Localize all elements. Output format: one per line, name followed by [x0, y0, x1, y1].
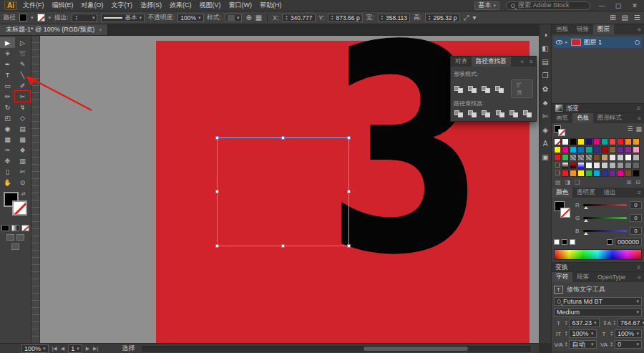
align-panel-icon[interactable]: ▦ — [255, 14, 262, 21]
swatch-cell[interactable] — [570, 170, 577, 177]
swatch-cell[interactable] — [562, 138, 569, 145]
selection-tool[interactable]: ▶ — [0, 37, 15, 48]
swap-fill-stroke-icon[interactable]: ⇄ — [21, 191, 26, 197]
gradient-panel-icon[interactable]: ◧ — [542, 45, 548, 52]
swatch-cell[interactable] — [577, 154, 585, 161]
color-spectrum-bar[interactable] — [554, 249, 642, 260]
artboard-number-input[interactable]: 1▾ — [68, 344, 82, 353]
menu-icon[interactable]: ☰ — [634, 14, 640, 21]
stock-search-input[interactable]: 搜索 Adobe Stock — [506, 1, 590, 10]
swatch-cell[interactable] — [585, 162, 592, 169]
swatch-cell[interactable] — [601, 138, 608, 145]
column-graph-tool[interactable]: ▥ — [15, 155, 30, 166]
panel-menu-icon[interactable]: ≡ — [635, 188, 644, 198]
swatch-cell[interactable] — [570, 162, 577, 169]
style-dropdown[interactable]: ▾ — [225, 14, 243, 22]
swatch-cell[interactable] — [601, 162, 608, 169]
swatch-cell[interactable] — [562, 170, 569, 177]
zoom-tool[interactable]: ⊙ — [15, 177, 30, 188]
channel-slider[interactable] — [583, 204, 627, 206]
swatch-cell[interactable] — [585, 138, 592, 145]
swatch-cell[interactable] — [593, 138, 600, 145]
menu-item[interactable]: 选择(S) — [140, 1, 162, 10]
menu-item[interactable]: 帮助(H) — [260, 1, 282, 10]
stroke-weight-input[interactable]: ▲▼▾ — [72, 14, 97, 22]
scissors-tool[interactable]: ✂ — [15, 91, 30, 102]
width-profile-dropdown[interactable]: 基本▾ — [101, 14, 145, 22]
tab-graphic-styles[interactable]: 图形样式 — [593, 113, 626, 123]
swatch-cell[interactable] — [601, 154, 608, 161]
selection-handle[interactable] — [215, 190, 219, 193]
stroke-panel-icon[interactable]: ◈ — [542, 127, 548, 134]
swatch-cell[interactable] — [633, 162, 640, 169]
direct-selection-tool[interactable]: ▷ — [15, 37, 30, 48]
free-transform-tool[interactable]: ◇ — [15, 112, 30, 123]
transform-icon[interactable]: ⤢ — [464, 14, 469, 22]
draw-behind-button[interactable] — [16, 234, 24, 241]
channel-value[interactable]: 0 — [630, 201, 642, 209]
swatch-cell[interactable] — [577, 170, 585, 177]
tab-paragraph[interactable]: 段落 — [572, 272, 593, 282]
selection-bounding-box[interactable] — [217, 137, 349, 246]
tab-color[interactable]: 颜色 — [552, 188, 572, 198]
color-button[interactable] — [1, 225, 9, 231]
none-swatch[interactable] — [554, 239, 560, 245]
swatch-cell[interactable] — [609, 154, 616, 161]
maximize-button[interactable]: ▢ — [613, 2, 623, 9]
swatch-cell[interactable] — [554, 138, 561, 145]
swatch-cell[interactable] — [625, 146, 632, 153]
swatch-cell[interactable] — [593, 154, 600, 161]
magic-wand-tool[interactable]: ✳ — [0, 48, 15, 59]
draw-normal-button[interactable] — [6, 234, 14, 241]
scrollbar-thumb[interactable] — [364, 347, 468, 351]
y-input[interactable]: ▲▼873.66 p — [328, 14, 363, 22]
selection-handle[interactable] — [347, 136, 351, 140]
zoom-level-input[interactable]: 100%▾ — [21, 344, 49, 353]
blend-tool[interactable]: ❖ — [15, 145, 30, 155]
collapse-icon[interactable]: « — [517, 57, 527, 67]
width-tool[interactable]: ↯ — [15, 102, 30, 112]
height-input[interactable]: ▲▼295.32 p — [425, 14, 460, 22]
next-artboard-button[interactable]: ▶ — [86, 346, 89, 352]
horizontal-scale-input[interactable]: 100%▾ — [615, 329, 642, 338]
shape-builder-tool[interactable]: ◉ — [0, 123, 15, 134]
transform-panel-bar[interactable]: 变换 ≡ — [552, 262, 644, 272]
expand-button[interactable]: 扩展 — [511, 79, 533, 98]
swatch-cell[interactable] — [633, 170, 640, 177]
swatches-footer-icon[interactable]: ❑ — [575, 179, 580, 185]
swatch-cell[interactable] — [593, 162, 600, 169]
swatch-cell[interactable] — [554, 146, 561, 153]
swatch-cell[interactable] — [577, 162, 585, 169]
swatch-cell[interactable] — [593, 146, 600, 153]
swatch-cell[interactable] — [625, 154, 632, 161]
selection-handle[interactable] — [281, 244, 285, 248]
type-tool[interactable]: T — [0, 69, 15, 80]
chevron-down-icon[interactable]: ▾ — [473, 14, 477, 21]
tab-links[interactable]: 链接 — [572, 24, 593, 34]
menu-item[interactable]: 窗口(W) — [229, 1, 253, 10]
font-style-input[interactable]: Medium ▾ — [554, 308, 642, 316]
swatch-cell[interactable] — [625, 170, 632, 177]
tab-pathfinder[interactable]: 路径查找器 — [472, 57, 511, 67]
pen-tool[interactable]: ✒ — [0, 59, 15, 69]
swatches-footer-icon[interactable]: ◨ — [565, 179, 571, 185]
opacity-input[interactable]: 100%▾ — [177, 14, 203, 22]
swatch-cell[interactable] — [609, 170, 616, 177]
tab-layers[interactable]: 图层 — [593, 24, 614, 34]
prev-artboard-button[interactable]: ◀ — [61, 346, 64, 352]
pathfinder-mode-icon[interactable] — [481, 84, 492, 94]
workspace-switcher[interactable]: 基本 ▾ — [474, 1, 499, 10]
width-input[interactable]: ▲▼358.113 — [378, 14, 411, 22]
swatch-cell[interactable] — [585, 154, 592, 161]
slice-tool[interactable]: ✄ — [15, 166, 30, 177]
tab-character[interactable]: 字符 — [552, 272, 572, 282]
menu-item[interactable]: 文字(T) — [112, 1, 133, 10]
fill-stroke-control[interactable]: ⇄ — [0, 192, 31, 222]
last-artboard-button[interactable]: ▶| — [93, 346, 98, 352]
tab-opentype[interactable]: OpenType — [593, 272, 630, 282]
kerning-input[interactable]: 自动▾ — [569, 340, 596, 349]
rectangle-tool[interactable]: ▭ — [0, 80, 15, 91]
pathfinder-panel-icon[interactable]: ✄ — [542, 113, 548, 120]
tab-swatches[interactable]: 色板 — [572, 113, 593, 123]
swatches-footer-icon[interactable]: ⊟ — [635, 179, 640, 185]
